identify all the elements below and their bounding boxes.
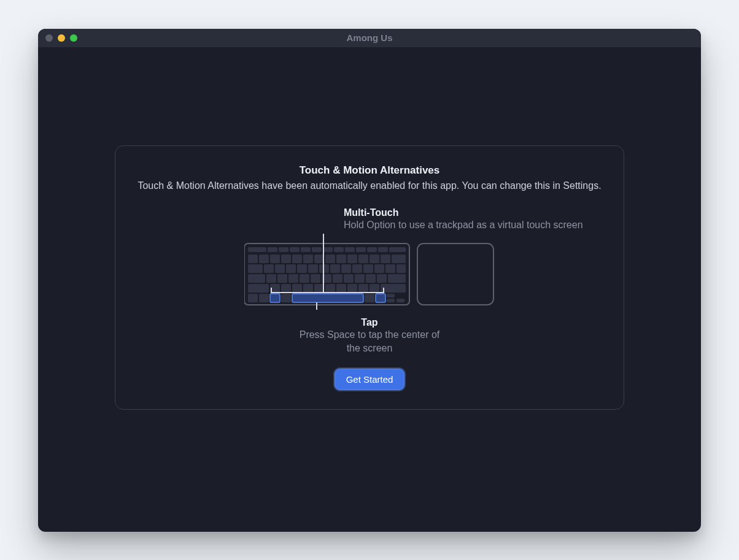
svg-rect-52 [366,274,376,283]
zoom-icon[interactable] [70,34,77,42]
svg-rect-69 [281,294,291,302]
onboarding-panel: Touch & Motion Alternatives Touch & Moti… [115,145,624,410]
svg-rect-60 [314,284,324,293]
svg-rect-8 [334,247,344,252]
svg-rect-17 [281,255,291,263]
svg-rect-63 [347,284,357,293]
panel-description: Touch & Motion Alternatives have been au… [136,180,603,191]
svg-rect-11 [367,247,377,252]
svg-rect-76 [376,294,385,302]
window-title: Among Us [38,33,701,43]
svg-rect-23 [347,255,357,263]
keyboard-trackpad-icon [244,240,495,310]
svg-rect-10 [356,247,366,252]
minimize-icon[interactable] [58,34,65,42]
content-area: Touch & Motion Alternatives Touch & Moti… [38,47,701,532]
svg-rect-40 [385,264,395,273]
svg-rect-58 [292,284,302,293]
multitouch-leader-line [323,234,324,270]
svg-rect-71 [387,294,395,297]
tap-title: Tap [299,317,440,328]
svg-rect-74 [397,299,404,302]
svg-rect-62 [336,284,346,293]
svg-rect-5 [301,247,311,252]
svg-rect-33 [308,264,318,273]
svg-rect-53 [377,274,387,283]
svg-rect-19 [303,255,313,263]
svg-rect-12 [378,247,388,252]
svg-rect-25 [370,255,379,263]
tap-callout: Tap Press Space to tap the center of the… [299,317,440,355]
svg-rect-1 [248,247,266,252]
get-started-button[interactable]: Get Started [335,369,404,389]
svg-rect-77 [292,294,363,302]
svg-rect-57 [281,284,291,293]
svg-rect-27 [392,255,406,263]
svg-rect-9 [345,247,355,252]
svg-rect-67 [248,294,258,302]
svg-rect-45 [288,274,298,283]
svg-rect-64 [358,284,368,293]
svg-rect-75 [270,294,280,302]
close-icon[interactable] [45,34,53,42]
svg-rect-30 [275,264,285,273]
svg-rect-46 [300,274,309,283]
svg-rect-41 [397,264,406,273]
svg-rect-28 [248,264,263,273]
svg-rect-35 [330,264,340,273]
svg-rect-22 [336,255,346,263]
svg-rect-42 [248,274,265,283]
svg-rect-7 [323,247,333,252]
svg-rect-66 [381,284,406,293]
svg-rect-13 [389,247,406,252]
svg-rect-2 [268,247,277,252]
multitouch-callout: Multi-Touch Hold Option to use a trackpa… [344,207,603,232]
panel-heading: Touch & Motion Alternatives [136,164,603,177]
svg-rect-50 [344,274,354,283]
svg-rect-29 [264,264,274,273]
svg-rect-36 [341,264,351,273]
svg-rect-51 [355,274,365,283]
svg-rect-73 [387,299,395,302]
svg-rect-70 [365,294,374,302]
app-window: Among Us Touch & Motion Alternatives Tou… [38,29,701,532]
svg-rect-15 [259,255,269,263]
svg-rect-54 [388,274,406,283]
svg-rect-18 [292,255,302,263]
svg-rect-39 [374,264,384,273]
svg-rect-14 [248,255,258,263]
multitouch-text: Hold Option to use a trackpad as a virtu… [344,218,603,232]
svg-rect-55 [248,284,269,293]
multitouch-title: Multi-Touch [344,207,603,218]
svg-rect-16 [270,255,280,263]
svg-rect-38 [363,264,373,273]
svg-rect-37 [352,264,362,273]
svg-rect-49 [333,274,342,283]
keyboard-trackpad-diagram [244,240,495,310]
svg-rect-3 [279,247,288,252]
svg-rect-26 [381,255,390,263]
tap-text: Press Space to tap the center of the scr… [299,328,440,355]
svg-rect-43 [266,274,276,283]
svg-rect-6 [312,247,322,252]
svg-rect-21 [325,255,335,263]
svg-rect-32 [297,264,307,273]
titlebar: Among Us [38,29,701,47]
svg-rect-59 [303,284,313,293]
svg-rect-47 [311,274,320,283]
svg-rect-61 [325,284,335,293]
svg-rect-4 [290,247,300,252]
svg-rect-24 [358,255,368,263]
svg-rect-79 [417,244,493,305]
svg-rect-68 [259,294,269,302]
svg-rect-44 [277,274,287,283]
svg-rect-31 [286,264,296,273]
svg-rect-65 [370,284,379,293]
